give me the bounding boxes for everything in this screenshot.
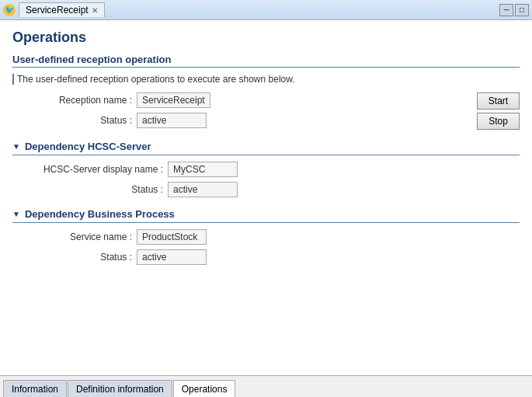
user-defined-status-row: Status : active: [12, 113, 520, 128]
hcsc-display-name-value: MyCSC: [168, 162, 238, 177]
reception-name-value: ServiceReceipt: [137, 92, 210, 108]
tab-definition-information[interactable]: Definition information: [68, 380, 172, 397]
user-defined-section: User-defined reception operation The use…: [12, 54, 520, 128]
tab-information[interactable]: Information: [3, 380, 67, 397]
hcsc-section-header: ▼ Dependency HCSC-Server: [12, 141, 520, 155]
window-controls: ─ □: [499, 4, 529, 16]
hcsc-status-value: active: [168, 182, 238, 197]
user-defined-form: Start Stop Reception name : ServiceRecei…: [12, 92, 520, 128]
business-section-title: Dependency Business Process: [25, 208, 175, 220]
title-bar: 🐦 ServiceReceipt ✕ ─ □: [0, 0, 532, 20]
business-service-name-value: ProductStock: [137, 229, 207, 245]
user-defined-status-value: active: [137, 113, 207, 128]
maximize-button[interactable]: □: [515, 4, 529, 16]
hcsc-section: ▼ Dependency HCSC-Server HCSC-Server dis…: [12, 141, 520, 197]
business-service-name-row: Service name : ProductStock: [12, 229, 520, 245]
hcsc-status-label: Status :: [31, 184, 163, 195]
start-button[interactable]: Start: [477, 92, 520, 110]
reception-name-row: Reception name : ServiceReceipt: [12, 92, 520, 108]
user-defined-section-header: User-defined reception operation: [12, 54, 520, 68]
reception-name-label: Reception name :: [31, 95, 132, 106]
stop-button[interactable]: Stop: [477, 113, 520, 130]
business-section-header: ▼ Dependency Business Process: [12, 208, 520, 223]
business-status-value: active: [137, 249, 207, 265]
hcsc-display-name-label: HCSC-Server display name :: [31, 164, 163, 175]
main-content: Operations User-defined reception operat…: [0, 20, 532, 397]
user-defined-status-label: Status :: [31, 115, 132, 126]
business-status-label: Status :: [31, 252, 132, 263]
hcsc-status-row: Status : active: [12, 182, 520, 197]
business-collapse-icon[interactable]: ▼: [12, 210, 20, 218]
tab-operations[interactable]: Operations: [173, 380, 236, 397]
minimize-button[interactable]: ─: [499, 4, 513, 16]
user-defined-section-title: User-defined reception operation: [12, 54, 171, 65]
action-buttons: Start Stop: [477, 92, 520, 130]
page-title: Operations: [12, 30, 520, 46]
hcsc-collapse-icon[interactable]: ▼: [12, 142, 20, 151]
title-tab[interactable]: ServiceReceipt ✕: [19, 2, 105, 17]
business-status-row: Status : active: [12, 249, 520, 265]
content-body: Operations User-defined reception operat…: [0, 20, 532, 375]
title-tab-label: ServiceReceipt: [26, 5, 89, 16]
business-service-name-label: Service name :: [31, 232, 132, 242]
user-defined-description: The user-defined reception operations to…: [12, 74, 520, 85]
bottom-tabs: Information Definition information Opera…: [0, 375, 532, 397]
hcsc-section-title: Dependency HCSC-Server: [25, 141, 151, 152]
app-icon: 🐦: [3, 4, 16, 16]
title-tab-close[interactable]: ✕: [92, 6, 98, 15]
business-section: ▼ Dependency Business Process Service na…: [12, 208, 520, 265]
hcsc-display-name-row: HCSC-Server display name : MyCSC: [12, 162, 520, 177]
